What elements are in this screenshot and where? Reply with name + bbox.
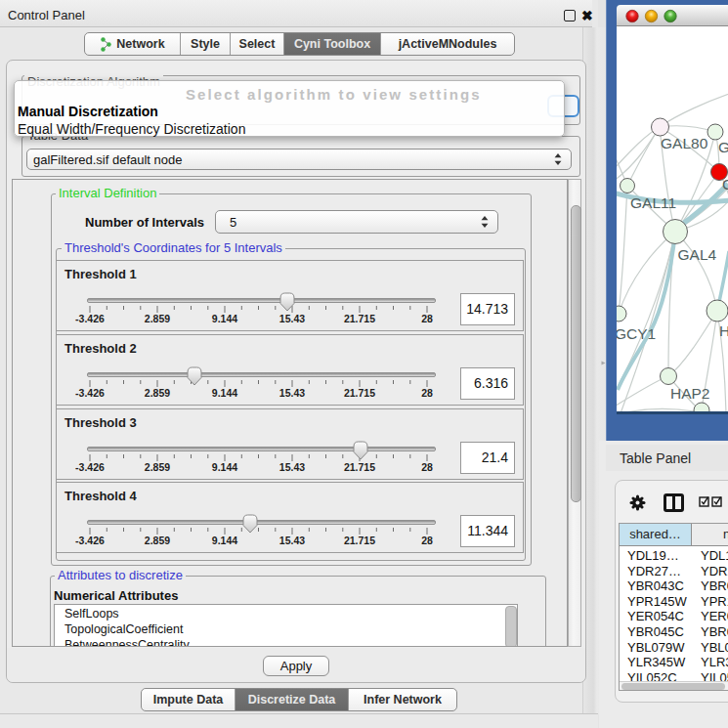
svg-text:C: C xyxy=(722,176,728,193)
svg-text:GCY1: GCY1 xyxy=(617,325,656,342)
svg-text:GAL80: GAL80 xyxy=(661,135,708,151)
svg-text:GAL11: GAL11 xyxy=(630,194,676,211)
svg-text:HAP2: HAP2 xyxy=(670,385,710,402)
svg-text:GA: GA xyxy=(718,139,728,155)
svg-text:GAL4: GAL4 xyxy=(678,246,717,263)
svg-text:H: H xyxy=(719,322,728,339)
